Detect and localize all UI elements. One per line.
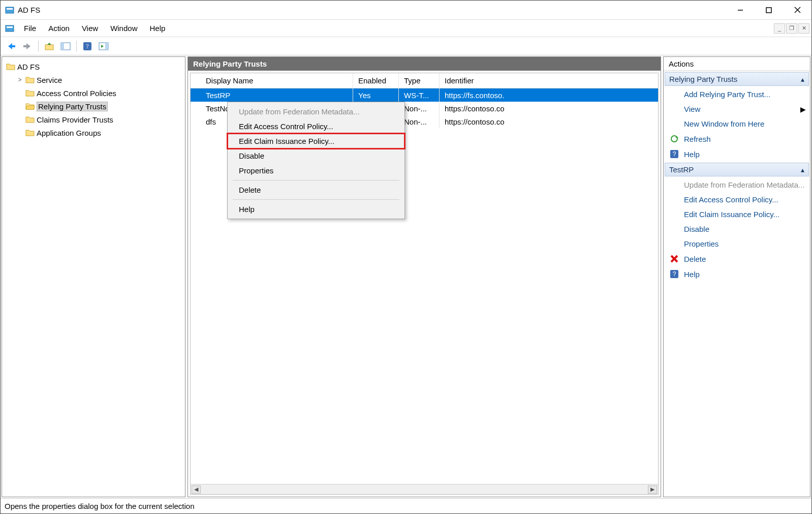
horizontal-scrollbar[interactable]: ◀ ▶ (191, 484, 658, 494)
ctx-properties[interactable]: Properties (228, 163, 404, 178)
tree-node-label: Service (37, 76, 62, 84)
ctx-edit-access-control-policy[interactable]: Edit Access Control Policy... (228, 119, 404, 134)
help-button[interactable]: ? (81, 40, 94, 53)
action-label: Edit Claim Issuance Policy... (684, 210, 779, 219)
col-display-name[interactable]: Display Name (191, 73, 353, 88)
action-label: New Window from Here (684, 119, 764, 128)
svg-rect-6 (6, 25, 14, 32)
actions-section-header-testrp[interactable]: TestRP ▴ (665, 163, 809, 176)
col-identifier[interactable]: Identifier (440, 73, 658, 88)
actions-section-header-rpt[interactable]: Relying Party Trusts ▴ (665, 72, 809, 86)
main-panes: AD FS > Service Access Control Policies … (1, 55, 811, 498)
menu-window[interactable]: Window (104, 22, 143, 35)
mdi-restore-button[interactable]: ❐ (786, 23, 797, 34)
forward-button[interactable] (21, 40, 34, 53)
mdi-close-button[interactable]: ✕ (798, 23, 809, 34)
action-help-2[interactable]: ? Help (664, 266, 810, 282)
tree-root-label: AD FS (17, 63, 40, 71)
actions-section-header-label: TestRP (669, 165, 694, 174)
action-edit-access-control-policy[interactable]: Edit Access Control Policy... (664, 192, 810, 207)
svg-text:?: ? (673, 150, 676, 158)
tree-node-relying-party-trusts[interactable]: Relying Party Trusts (4, 100, 183, 113)
svg-rect-11 (23, 45, 27, 47)
menu-action[interactable]: Action (42, 22, 76, 35)
cell-identifier: https://fs.contoso. (440, 88, 658, 102)
help-icon: ? (670, 149, 680, 159)
actions-section-header-label: Relying Party Trusts (669, 75, 737, 83)
action-label: Properties (684, 239, 719, 248)
table-row[interactable]: TestRP Yes WS-T... https://fs.contoso. (191, 88, 658, 102)
cell-enabled: Yes (353, 88, 399, 102)
show-hide-tree-button[interactable] (59, 40, 72, 53)
cell-type: Non-... (399, 102, 440, 115)
chevron-right-icon: ▶ (800, 105, 806, 113)
action-update-from-federation-metadata[interactable]: Update from Federation Metadata... (664, 177, 810, 192)
mdi-minimize-button[interactable]: _ (774, 23, 785, 34)
close-button[interactable] (783, 1, 811, 19)
show-hide-action-pane-button[interactable] (97, 40, 110, 53)
action-delete[interactable]: Delete (664, 251, 810, 266)
ctx-separator (233, 199, 399, 200)
delete-icon (670, 254, 680, 263)
menu-file[interactable]: File (18, 22, 42, 35)
expander-icon[interactable]: > (16, 76, 23, 83)
svg-marker-27 (26, 130, 34, 136)
tree-node-application-groups[interactable]: Application Groups (4, 126, 183, 139)
collapse-icon: ▴ (801, 75, 804, 83)
action-disable[interactable]: Disable (664, 222, 810, 236)
tree-node-service[interactable]: > Service (4, 73, 183, 86)
action-new-window-from-here[interactable]: New Window from Here (664, 116, 810, 131)
window-controls (726, 1, 811, 19)
ctx-help[interactable]: Help (228, 202, 404, 217)
window-title: AD FS (18, 6, 40, 14)
menu-view[interactable]: View (76, 22, 104, 35)
context-menu: Update from Federation Metadata... Edit … (227, 102, 405, 219)
menu-bar: File Action View Window Help _ ❐ ✕ (1, 20, 811, 37)
actions-pane: Actions Relying Party Trusts ▴ Add Relyi… (663, 56, 810, 497)
action-label: Update from Federation Metadata... (684, 180, 805, 189)
status-bar: Opens the properties dialog box for the … (1, 498, 811, 513)
titlebar: AD FS (1, 1, 811, 20)
cell-type: Non-... (399, 115, 440, 128)
svg-rect-12 (45, 45, 53, 50)
scroll-left-icon[interactable]: ◀ (192, 486, 201, 494)
svg-marker-25 (26, 106, 35, 109)
svg-text:?: ? (673, 270, 676, 278)
ctx-disable[interactable]: Disable (228, 148, 404, 163)
action-label: Refresh (684, 135, 711, 143)
back-button[interactable] (5, 40, 18, 53)
ctx-separator (233, 180, 399, 180)
action-label: Add Relying Party Trust... (684, 90, 770, 99)
minimize-button[interactable] (726, 1, 755, 19)
list-view: Display Name Enabled Type Identifier Tes… (190, 73, 659, 495)
action-help[interactable]: ? Help (664, 146, 810, 162)
ctx-update-from-federation-metadata[interactable]: Update from Federation Metadata... (228, 104, 404, 119)
folder-icon (25, 115, 35, 124)
col-enabled[interactable]: Enabled (353, 73, 399, 88)
action-label: Help (684, 150, 700, 159)
tree-node-claims-provider-trusts[interactable]: Claims Provider Trusts (4, 113, 183, 126)
svg-marker-21 (7, 64, 15, 70)
tree-node-access-control-policies[interactable]: Access Control Policies (4, 86, 183, 100)
action-edit-claim-issuance-policy[interactable]: Edit Claim Issuance Policy... (664, 207, 810, 222)
action-add-relying-party-trust[interactable]: Add Relying Party Trust... (664, 87, 810, 102)
tree-root-adfs[interactable]: AD FS (4, 60, 183, 73)
action-properties[interactable]: Properties (664, 236, 810, 251)
action-view[interactable]: View ▶ (664, 102, 810, 116)
menu-help[interactable]: Help (143, 22, 171, 35)
scroll-right-icon[interactable]: ▶ (648, 486, 657, 494)
up-folder-button[interactable] (43, 40, 56, 53)
actions-title: Actions (664, 57, 810, 71)
action-label: View (684, 105, 700, 113)
tree-pane: AD FS > Service Access Control Policies … (2, 56, 185, 497)
col-type[interactable]: Type (399, 73, 440, 88)
ctx-delete[interactable]: Delete (228, 183, 404, 197)
svg-rect-7 (7, 26, 13, 28)
action-refresh[interactable]: Refresh (664, 131, 810, 146)
maximize-button[interactable] (755, 1, 783, 19)
folder-icon (25, 89, 35, 97)
svg-rect-19 (105, 43, 108, 50)
ctx-edit-claim-issuance-policy[interactable]: Edit Claim Issuance Policy... (228, 134, 404, 148)
svg-point-28 (671, 136, 677, 142)
svg-rect-3 (766, 8, 771, 13)
